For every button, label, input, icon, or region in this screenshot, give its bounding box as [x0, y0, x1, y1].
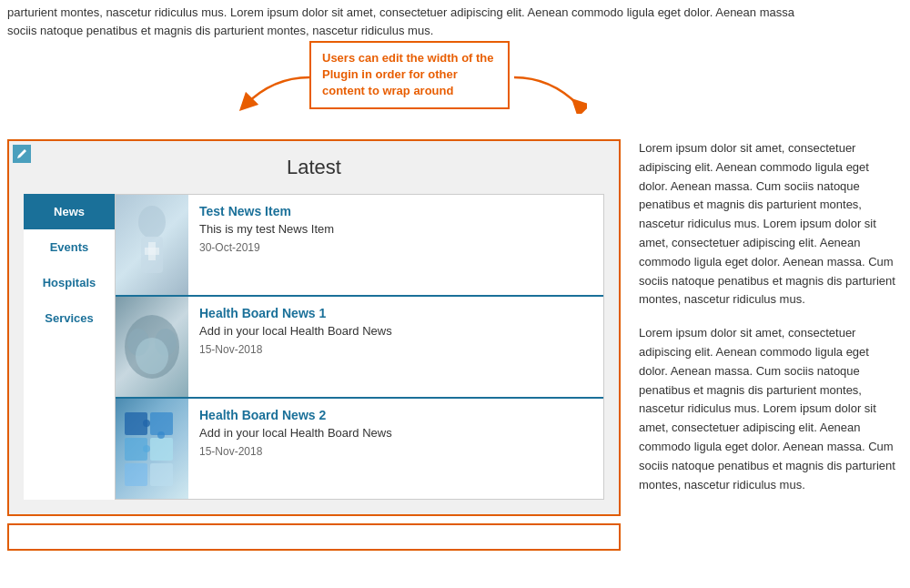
news-title-1[interactable]: Test News Item: [199, 204, 592, 218]
plugin-container: Latest News Events Hospitals Services: [7, 139, 621, 516]
svg-rect-16: [150, 463, 173, 486]
left-arrow-icon: [237, 68, 318, 114]
news-item-2: Health Board News 1 Add in your local He…: [116, 297, 603, 399]
latest-widget: Latest News Events Hospitals Services: [9, 141, 619, 514]
bottom-bar: [7, 523, 621, 551]
news-title-3[interactable]: Health Board News 2: [199, 408, 592, 422]
news-list: Test News Item This is my test News Item…: [115, 194, 604, 500]
svg-rect-15: [125, 463, 147, 486]
news-content-3: Health Board News 2 Add in your local He…: [188, 399, 603, 499]
news-title-2[interactable]: Health Board News 1: [199, 306, 592, 320]
news-desc-2: Add in your local Health Board News: [199, 324, 592, 338]
top-line1: parturient montes, nascetur ridiculus mu…: [7, 4, 903, 22]
left-column: Latest News Events Hospitals Services: [0, 132, 628, 558]
svg-point-17: [143, 420, 150, 427]
nav-item-news[interactable]: News: [24, 194, 115, 229]
news-item-3: Health Board News 2 Add in your local He…: [116, 399, 603, 499]
svg-rect-6: [145, 248, 159, 255]
news-date-3: 15-Nov-2018: [199, 445, 592, 458]
news-thumb-3: [116, 399, 188, 499]
right-arrow-icon: [505, 68, 587, 114]
svg-rect-14: [150, 438, 173, 461]
widget-title: Latest: [24, 156, 604, 179]
svg-point-18: [143, 445, 150, 452]
news-desc-3: Add in your local Health Board News: [199, 426, 592, 440]
edit-icon[interactable]: [13, 145, 31, 163]
right-column: Lorem ipsum dolor sit amet, consectetuer…: [628, 132, 910, 558]
svg-point-3: [138, 206, 166, 238]
top-text-block: parturient montes, nascetur ridiculus mu…: [0, 0, 910, 41]
news-content-2: Health Board News 1 Add in your local He…: [188, 297, 603, 397]
news-desc-1: This is my test News Item: [199, 222, 592, 236]
news-thumb-1: [116, 195, 188, 295]
widget-body: News Events Hospitals Services: [24, 194, 604, 500]
annotation-box: Users can edit the width of the Plugin i…: [309, 41, 510, 109]
news-content-1: Test News Item This is my test News Item…: [188, 195, 603, 295]
nav-sidebar: News Events Hospitals Services: [24, 194, 115, 500]
news-date-1: 30-Oct-2019: [199, 241, 592, 254]
nav-item-services[interactable]: Services: [24, 300, 115, 336]
news-thumb-2: [116, 297, 188, 397]
right-para-2: Lorem ipsum dolor sit amet, consectetuer…: [639, 324, 899, 494]
main-layout: Latest News Events Hospitals Services: [0, 132, 910, 558]
news-item: Test News Item This is my test News Item…: [116, 195, 603, 297]
svg-point-19: [157, 431, 165, 439]
nav-item-events[interactable]: Events: [24, 229, 115, 265]
nav-item-hospitals[interactable]: Hospitals: [24, 265, 115, 300]
news-date-2: 15-Nov-2018: [199, 343, 592, 356]
right-para-1: Lorem ipsum dolor sit amet, consectetuer…: [639, 139, 899, 309]
top-line2: sociis natoque penatibus et magnis dis p…: [7, 22, 903, 40]
svg-point-10: [136, 338, 168, 374]
